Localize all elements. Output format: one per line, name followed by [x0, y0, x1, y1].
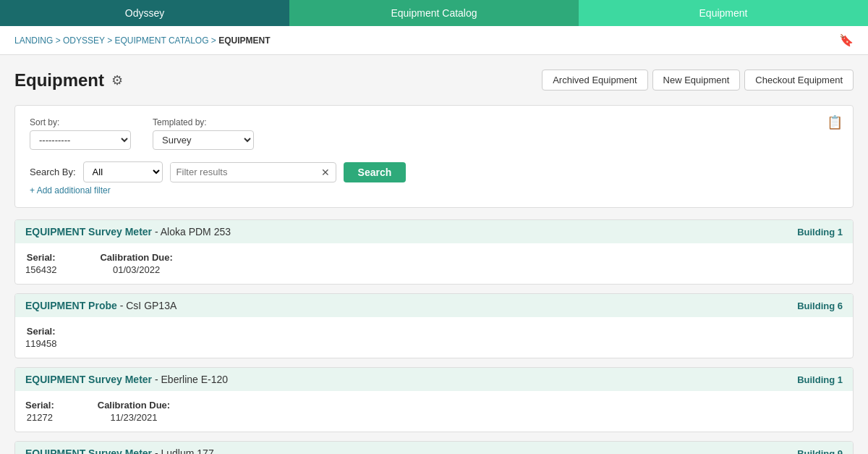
serial-label: Serial:: [27, 252, 56, 263]
sort-by-label: Sort by:: [30, 117, 131, 127]
equipment-header: EQUIPMENT Survey Meter - Ludlum 177 Buil…: [15, 442, 853, 454]
sort-by-group: Sort by: ----------: [30, 117, 131, 150]
cal-value: 11/23/2021: [110, 412, 157, 423]
new-equipment-button[interactable]: New Equipment: [652, 70, 741, 91]
add-filter-link[interactable]: + Add additional filter: [30, 185, 838, 196]
equipment-title: EQUIPMENT Survey Meter - Eberline E-120: [25, 374, 228, 385]
gear-icon[interactable]: ⚙: [111, 72, 123, 88]
equipment-item[interactable]: EQUIPMENT Survey Meter - Ludlum 177 Buil…: [14, 441, 854, 454]
equipment-location: Building 1: [797, 374, 843, 385]
equipment-title: EQUIPMENT Survey Meter - Aloka PDM 253: [25, 226, 231, 237]
equipment-type: EQUIPMENT Probe: [25, 300, 117, 311]
equipment-details: Serial: 119458: [15, 317, 853, 358]
equipment-title: EQUIPMENT Survey Meter - Ludlum 177: [25, 447, 214, 454]
equipment-header: EQUIPMENT Probe - CsI GP13A Building 6: [15, 294, 853, 317]
filter-input[interactable]: [171, 163, 315, 181]
equipment-name: - Ludlum 177: [152, 447, 214, 454]
search-by-select[interactable]: All: [83, 161, 163, 182]
serial-group: Serial: 156432: [25, 252, 56, 275]
equipment-type: EQUIPMENT Survey Meter: [25, 374, 152, 385]
checkout-equipment-button[interactable]: Checkout Equipment: [744, 70, 854, 91]
equipment-header: EQUIPMENT Survey Meter - Eberline E-120 …: [15, 368, 853, 391]
equipment-title: EQUIPMENT Probe - CsI GP13A: [25, 300, 176, 311]
breadcrumb: LANDING > ODYSSEY > EQUIPMENT CATALOG > …: [14, 35, 271, 46]
page-header: Equipment ⚙ Archived Equipment New Equip…: [14, 70, 854, 91]
equipment-item[interactable]: EQUIPMENT Survey Meter - Eberline E-120 …: [14, 367, 854, 432]
serial-label: Serial:: [27, 326, 56, 337]
nav-tab-odyssey[interactable]: Odyssey: [0, 0, 289, 26]
templated-by-select[interactable]: Survey: [153, 130, 254, 150]
equipment-details: Serial: 156432 Calibration Due: 01/03/20…: [15, 243, 853, 284]
nav-tab-catalog[interactable]: Equipment Catalog: [289, 0, 579, 26]
nav-tab-equipment[interactable]: Equipment: [579, 0, 868, 26]
serial-group: Serial: 119458: [25, 326, 56, 349]
serial-value: 156432: [25, 264, 56, 275]
sort-by-select[interactable]: ----------: [30, 130, 131, 150]
clear-filter-button[interactable]: ✕: [315, 163, 336, 182]
serial-group: Serial: 21272: [25, 400, 54, 423]
equipment-details: Serial: 21272 Calibration Due: 11/23/202…: [15, 391, 853, 432]
search-by-label: Search By:: [30, 167, 76, 177]
serial-value: 119458: [25, 338, 56, 349]
equipment-item[interactable]: EQUIPMENT Survey Meter - Aloka PDM 253 B…: [14, 219, 854, 285]
cal-label: Calibration Due:: [98, 400, 170, 411]
equipment-list: EQUIPMENT Survey Meter - Aloka PDM 253 B…: [14, 219, 854, 454]
serial-label: Serial:: [25, 400, 54, 411]
filter-row-bottom: Search By: All ✕ Search: [30, 161, 838, 182]
serial-value: 21272: [27, 412, 53, 423]
page-content: Equipment ⚙ Archived Equipment New Equip…: [0, 55, 868, 454]
equipment-type: EQUIPMENT Survey Meter: [25, 226, 152, 237]
cal-value: 01/03/2022: [113, 264, 160, 275]
equipment-header: EQUIPMENT Survey Meter - Aloka PDM 253 B…: [15, 220, 853, 243]
filter-input-wrap: ✕: [170, 162, 336, 182]
equipment-location: Building 9: [797, 448, 843, 455]
equipment-type: EQUIPMENT Survey Meter: [25, 447, 152, 454]
breadcrumb-bar: LANDING > ODYSSEY > EQUIPMENT CATALOG > …: [0, 26, 868, 55]
equipment-name: - Aloka PDM 253: [152, 226, 231, 237]
page-title-row: Equipment ⚙: [14, 70, 123, 91]
clipboard-icon[interactable]: 📋: [827, 114, 843, 130]
equipment-location: Building 6: [797, 300, 843, 311]
filter-row-top: Sort by: ---------- Templated by: Survey: [30, 117, 838, 150]
page-title: Equipment: [14, 70, 104, 91]
header-buttons: Archived Equipment New Equipment Checkou…: [542, 70, 854, 91]
equipment-item[interactable]: EQUIPMENT Probe - CsI GP13A Building 6 S…: [14, 293, 854, 358]
cal-label: Calibration Due:: [100, 252, 172, 263]
search-button[interactable]: Search: [344, 162, 407, 182]
cal-group: Calibration Due: 01/03/2022: [100, 252, 172, 275]
archived-equipment-button[interactable]: Archived Equipment: [542, 70, 647, 91]
bookmark-icon[interactable]: 🔖: [839, 33, 854, 47]
templated-by-label: Templated by:: [153, 117, 254, 127]
filter-panel: 📋 Sort by: ---------- Templated by: Surv…: [14, 105, 854, 208]
equipment-name: - CsI GP13A: [117, 300, 176, 311]
cal-group: Calibration Due: 11/23/2021: [98, 400, 170, 423]
equipment-name: - Eberline E-120: [152, 374, 228, 385]
equipment-location: Building 1: [797, 227, 843, 237]
top-nav: Odyssey Equipment Catalog Equipment: [0, 0, 868, 26]
templated-by-group: Templated by: Survey: [153, 117, 254, 150]
